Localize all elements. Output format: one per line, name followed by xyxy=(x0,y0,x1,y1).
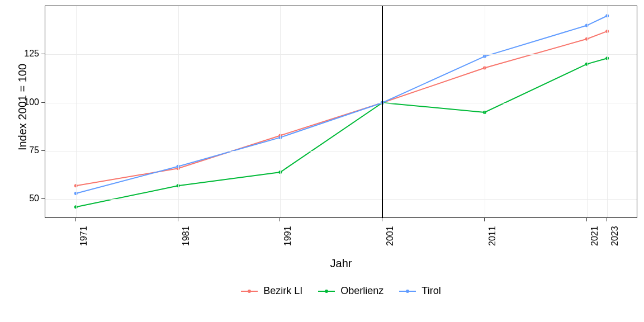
gridline-v xyxy=(178,6,179,217)
gridline-v xyxy=(76,6,77,217)
x-tick-label: 1981 xyxy=(181,226,191,246)
gridline-v xyxy=(485,6,485,217)
series-line xyxy=(76,16,607,193)
gridline-v xyxy=(280,6,281,217)
y-tick-mark xyxy=(41,102,45,103)
x-tick-label: 2023 xyxy=(610,226,620,246)
y-tick-mark xyxy=(41,150,45,151)
x-tick-label: 2011 xyxy=(487,226,498,246)
plot-svg xyxy=(45,6,638,219)
gridline-v xyxy=(587,6,588,217)
legend-item: Oberlienz xyxy=(318,285,383,297)
legend: Bezirk LIOberlienzTirol xyxy=(45,285,637,297)
series-line xyxy=(76,58,607,207)
y-tick-label: 75 xyxy=(17,145,39,155)
x-tick-label: 2021 xyxy=(590,226,600,246)
x-tick-label: 2001 xyxy=(385,226,395,246)
x-tick-mark xyxy=(484,218,485,221)
legend-item: Tirol xyxy=(399,285,441,297)
y-tick-mark xyxy=(41,54,45,54)
y-tick-label: 100 xyxy=(17,97,39,107)
y-tick-label: 50 xyxy=(17,193,39,203)
y-tick-label: 125 xyxy=(17,49,39,59)
legend-label: Tirol xyxy=(422,285,441,297)
plot-panel xyxy=(45,6,637,218)
gridline-h xyxy=(45,103,637,103)
legend-label: Bezirk LI xyxy=(263,285,302,297)
x-tick-mark xyxy=(382,218,382,221)
gridline-h xyxy=(45,151,637,151)
x-tick-mark xyxy=(607,218,607,221)
x-tick-label: 1991 xyxy=(283,226,293,246)
x-tick-mark xyxy=(75,218,76,221)
x-tick-label: 1971 xyxy=(79,226,89,246)
legend-swatch xyxy=(318,291,335,292)
y-tick-mark xyxy=(41,198,45,199)
legend-swatch xyxy=(399,291,416,292)
x-axis-title: Jahr xyxy=(45,257,637,270)
x-tick-mark xyxy=(586,218,587,221)
chart-container: Index 2001 = 100 5075100125 197119811991… xyxy=(0,0,644,322)
x-tick-mark xyxy=(178,218,178,221)
legend-label: Oberlienz xyxy=(340,285,383,297)
legend-swatch xyxy=(241,291,258,292)
gridline-h xyxy=(45,199,637,200)
gridline-h xyxy=(45,54,637,55)
legend-item: Bezirk LI xyxy=(241,285,302,297)
gridline-v xyxy=(607,6,608,217)
x-tick-mark xyxy=(280,218,280,221)
reference-line xyxy=(382,6,383,217)
